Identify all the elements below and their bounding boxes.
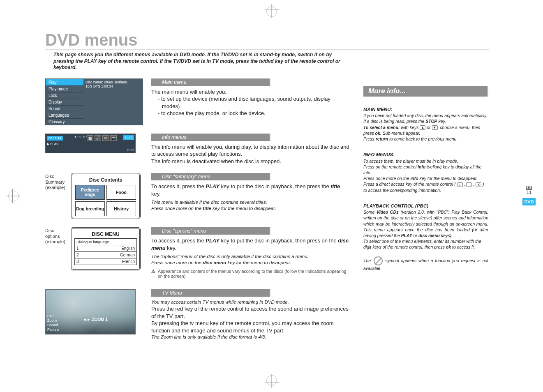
sidebar-header: More info... [363, 86, 488, 97]
tv-menu-screenshot: Exit Zoom Sound Picture ZOOM 1 [45, 289, 136, 334]
info-p1: The info menu will enable you, during pl… [151, 143, 349, 158]
mm-item: Sound [46, 105, 83, 112]
time-badge: 00:11:14 [47, 136, 63, 141]
dm-row: 1English [74, 245, 137, 252]
crop-mark [266, 375, 277, 386]
section-heading-main: Main menu [151, 78, 270, 86]
disc-name: Disc name: Blues Brothers [85, 80, 141, 84]
dm-header: DISC MENU [74, 230, 137, 238]
dm-row: 3French [74, 258, 137, 265]
disc-menu-screenshot: DISC MENU Dialogue language 1English 2Ge… [71, 227, 141, 270]
main-b1: - to set up the device (menus and disc l… [151, 95, 349, 110]
options-caption: Disc options (example) [45, 227, 68, 244]
dvd-label: DVD [127, 148, 134, 152]
summary-i1: This menu is available if the disc conta… [151, 199, 349, 206]
dc-header: Disc Contents [74, 176, 138, 185]
options-i2: Press once more on the disc menu key for… [151, 260, 349, 266]
options-i1: The "options" menu of the disc is only a… [151, 254, 349, 260]
sidebar-pbc: PLAYBACK CONTROL (PBC) Some Video CDs (v… [363, 203, 488, 272]
mm-item: Play mode [46, 85, 83, 92]
warning-icon: ⚠ [151, 269, 155, 279]
mm-item: Glossary [46, 118, 83, 125]
tv-p2: By pressing the tv menu key of the remot… [151, 320, 349, 334]
tv-i2: The Zoom line is only available if the d… [151, 334, 349, 341]
play-label: ▶ PLAY [47, 142, 58, 146]
mm-item: Languages [46, 112, 83, 118]
dm-row: 2German [74, 252, 137, 258]
page-marker: GB 11 DVD [522, 185, 536, 205]
info-bar-screenshot: 00:11:14 ▶ PLAY T : 1 C : 05 ▦🔊↻📷 1 of 1… [45, 134, 136, 153]
disc-contents-screenshot: Disc Contents Pedigree dogs Food Dog bre… [71, 173, 141, 219]
mm-item: Play [46, 79, 83, 85]
tv-p1: Press the red key of the remote control … [151, 305, 349, 320]
intro-text: This page shows you the different menus … [45, 52, 341, 71]
options-warning: ⚠ Appearance and content of the menus va… [151, 269, 349, 279]
sidebar-info-menus: INFO MENUS: To access them, the player m… [363, 152, 488, 193]
up-key-icon: ▲ [420, 125, 425, 130]
main-b2: - to choose the play mode, or lock the d… [151, 110, 349, 117]
zoom-label: ZOOM 1 [83, 317, 108, 322]
dc-cell: Pedigree dogs [75, 185, 105, 200]
disc-meta: 16/9 DTS 1:00:34 [85, 84, 141, 88]
summary-i2: Press once more on the title key for the… [151, 205, 349, 212]
sidebar-main-menu: MAIN MENU: If you have not loaded any di… [363, 106, 488, 142]
options-p1: To access it, press the PLAY key to put … [151, 237, 349, 251]
section-heading-summary: Disc "summary" menu [151, 173, 270, 180]
info-p2: The info menu is deactivated when the di… [151, 158, 349, 165]
audio-key-icon: ♪ [457, 182, 463, 187]
dc-cell: Dog breeding [75, 201, 105, 216]
summary-caption: Disc Summary (example) [45, 173, 68, 190]
info-icons: ▦🔊↻📷 [87, 135, 117, 141]
subtitle-key-icon: … [466, 182, 472, 187]
summary-p1: To access it, press the PLAY key to put … [151, 183, 349, 197]
not-available-icon [374, 256, 383, 265]
section-heading-tv: TV Menu [151, 289, 270, 297]
mm-item: Lock [46, 92, 83, 99]
dc-cell: Food [106, 185, 136, 200]
down-key-icon: ▼ [432, 125, 438, 130]
dm-subheader: Dialogue language [74, 238, 137, 245]
page-of: 1 of 1 [123, 135, 134, 140]
title-rule [45, 49, 489, 50]
angle-key-icon: ⟲ [476, 182, 481, 187]
main-menu-screenshot: Play Play mode Lock Display Sound Langua… [45, 78, 143, 125]
mm-item: Display [46, 99, 83, 105]
section-heading-options: Disc "options" menu [151, 227, 270, 235]
page-title: DVD menus [45, 31, 527, 49]
tv-i1: You may access certain TV menus while re… [151, 299, 349, 306]
dc-cell: History [106, 201, 136, 216]
section-heading-info: Info menus [151, 134, 270, 141]
main-p1: The main menu will enable you: [151, 88, 349, 96]
